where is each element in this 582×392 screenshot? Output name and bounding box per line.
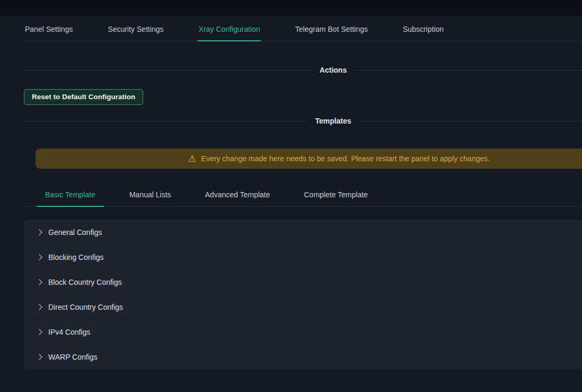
tab-basic-template[interactable]: Basic Template	[37, 185, 104, 206]
chevron-right-icon	[36, 279, 42, 285]
accordion-item-direct-country-configs[interactable]: Direct Country Configs	[24, 294, 582, 319]
accordion-item-warp-configs[interactable]: WARP Configs	[24, 344, 582, 369]
accordion-item-label: Block Country Configs	[48, 278, 122, 286]
tab-advanced-template[interactable]: Advanced Template	[196, 185, 279, 206]
tab-panel-settings[interactable]: Panel Settings	[24, 19, 74, 41]
chevron-right-icon	[36, 304, 42, 310]
tab-subscription[interactable]: Subscription	[402, 19, 445, 41]
xray-settings-page: Panel Settings Security Settings Xray Co…	[0, 0, 582, 392]
settings-content: Panel Settings Security Settings Xray Co…	[24, 19, 582, 369]
divider-line	[354, 70, 582, 71]
template-config-accordion: General Configs Blocking Configs Block C…	[24, 220, 582, 369]
accordion-item-label: Blocking Configs	[48, 253, 103, 262]
divider-line	[359, 121, 582, 121]
restart-warning-alert: ⚠ Every change made here needs to be sav…	[36, 149, 582, 169]
tab-manual-lists[interactable]: Manual Lists	[121, 185, 180, 206]
divider-line	[24, 121, 308, 121]
tab-security-settings[interactable]: Security Settings	[107, 19, 164, 41]
chevron-right-icon	[36, 329, 42, 335]
accordion-item-label: Direct Country Configs	[48, 303, 123, 311]
accordion-item-label: IPv4 Configs	[48, 328, 90, 336]
actions-divider: Actions	[24, 65, 582, 75]
accordion-item-label: WARP Configs	[48, 353, 98, 361]
tab-xray-configuration[interactable]: Xray Configuration	[197, 19, 261, 41]
reset-default-config-button[interactable]: Reset to Default Configuration	[24, 89, 143, 105]
actions-divider-label: Actions	[312, 65, 354, 75]
tab-complete-template[interactable]: Complete Template	[296, 185, 376, 206]
template-tabs: Basic Template Manual Lists Advanced Tem…	[24, 185, 582, 207]
templates-divider-label: Templates	[308, 116, 359, 126]
top-app-bar	[0, 0, 582, 16]
divider-line	[24, 70, 312, 71]
warning-alert-text: Every change made here needs to be saved…	[201, 154, 490, 163]
chevron-right-icon	[36, 254, 42, 260]
accordion-item-block-country-configs[interactable]: Block Country Configs	[24, 269, 582, 294]
accordion-item-label: General Configs	[48, 228, 102, 237]
warning-triangle-icon: ⚠	[188, 154, 196, 163]
accordion-item-blocking-configs[interactable]: Blocking Configs	[24, 245, 582, 269]
chevron-right-icon	[36, 354, 42, 360]
accordion-item-ipv4-configs[interactable]: IPv4 Configs	[24, 319, 582, 344]
accordion-item-general-configs[interactable]: General Configs	[24, 220, 582, 245]
settings-tabs: Panel Settings Security Settings Xray Co…	[24, 19, 582, 41]
templates-divider: Templates	[24, 116, 582, 126]
tab-telegram-bot-settings[interactable]: Telegram Bot Settings	[294, 19, 369, 41]
chevron-right-icon	[36, 229, 42, 235]
